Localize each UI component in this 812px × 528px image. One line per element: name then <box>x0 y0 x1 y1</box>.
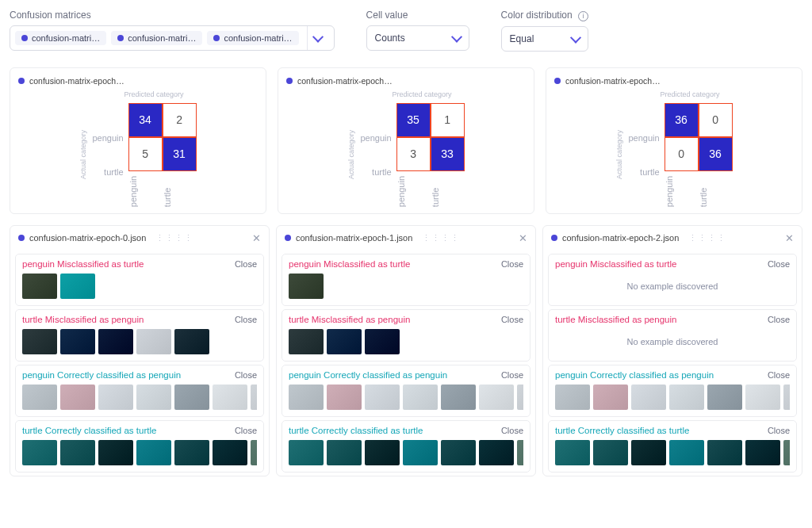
matrix-cell[interactable]: 2 <box>163 103 197 137</box>
thumbnail[interactable] <box>213 440 247 465</box>
cell-value-select[interactable]: Counts <box>366 25 469 51</box>
thumbnail[interactable] <box>251 385 257 410</box>
matrix-cell[interactable]: 35 <box>396 103 431 137</box>
matrix-cell[interactable]: 34 <box>128 103 163 137</box>
close-icon[interactable]: ✕ <box>785 232 794 244</box>
matrix-chip[interactable]: confusion-matri… <box>15 31 106 45</box>
thumbnail[interactable] <box>745 385 780 410</box>
section-close-button[interactable]: Close <box>501 426 523 435</box>
color-dist-select[interactable]: Equal <box>501 26 588 52</box>
section-title: penguin Misclassified as turtle <box>289 259 410 269</box>
close-icon[interactable]: ✕ <box>519 232 527 244</box>
detail-row: confusion-matrix-epoch-0.json⋮⋮⋮⋮✕pengui… <box>10 225 802 476</box>
thumbnail[interactable] <box>327 440 362 465</box>
close-icon[interactable]: ✕ <box>252 232 261 244</box>
thumbnail[interactable] <box>593 385 628 410</box>
section-close-button[interactable]: Close <box>501 259 523 269</box>
info-icon[interactable]: i <box>578 11 588 21</box>
thumbnail[interactable] <box>136 385 171 410</box>
chevron-down-icon[interactable] <box>307 26 329 50</box>
thumbnail[interactable] <box>669 385 704 410</box>
thumbnail[interactable] <box>479 385 514 410</box>
thumbnail[interactable] <box>783 440 790 465</box>
thumbnail[interactable] <box>60 274 95 299</box>
thumbnail[interactable] <box>479 440 514 465</box>
drag-handle-icon[interactable]: ⋮⋮⋮⋮ <box>422 233 460 243</box>
matrix-cell[interactable]: 3 <box>396 137 431 171</box>
thumbnail[interactable] <box>403 385 438 410</box>
thumbnail[interactable] <box>174 440 209 465</box>
thumbnail[interactable] <box>289 329 324 354</box>
thumbnail[interactable] <box>555 385 590 410</box>
thumbnail[interactable] <box>22 440 57 465</box>
thumbnail[interactable] <box>745 440 780 465</box>
thumbnail[interactable] <box>98 385 133 410</box>
thumbnail[interactable] <box>327 329 362 354</box>
thumbnail[interactable] <box>365 385 400 410</box>
thumbnail[interactable] <box>517 440 523 465</box>
col-label: turtle <box>163 176 197 207</box>
thumbnail[interactable] <box>441 440 476 465</box>
matrix-cell[interactable]: 1 <box>431 103 465 137</box>
matrix-cell[interactable]: 36 <box>665 103 699 137</box>
confusion-matrices-select[interactable]: confusion-matri… confusion-matri… confus… <box>10 25 335 51</box>
thumbnail[interactable] <box>98 440 133 465</box>
matrix-chip[interactable]: confusion-matri… <box>207 31 298 45</box>
matrix-cell[interactable]: 33 <box>431 137 465 171</box>
thumbnail[interactable] <box>631 440 666 465</box>
section-close-button[interactable]: Close <box>768 259 790 269</box>
matrix-cell[interactable]: 36 <box>699 137 733 171</box>
thumbnail[interactable] <box>213 385 247 410</box>
thumbnail[interactable] <box>289 440 324 465</box>
section-close-button[interactable]: Close <box>235 426 257 435</box>
section-header: turtle Misclassified as penguinClose <box>289 315 523 324</box>
thumbnail[interactable] <box>289 385 324 410</box>
thumbnail[interactable] <box>441 385 476 410</box>
section-close-button[interactable]: Close <box>501 315 523 324</box>
matrix-cell[interactable]: 31 <box>163 137 197 171</box>
thumbnail[interactable] <box>631 385 666 410</box>
matrix-cell[interactable]: 0 <box>665 137 699 171</box>
thumbnail[interactable] <box>707 385 742 410</box>
thumbnail[interactable] <box>327 385 362 410</box>
thumbnail[interactable] <box>22 274 57 299</box>
section-close-button[interactable]: Close <box>235 259 257 269</box>
thumbnail[interactable] <box>251 440 257 465</box>
matrix-grid: 360036 <box>665 103 733 171</box>
section-close-button[interactable]: Close <box>501 370 523 380</box>
thumbnail[interactable] <box>60 329 95 354</box>
thumbnail[interactable] <box>403 440 438 465</box>
thumbnail[interactable] <box>555 440 590 465</box>
thumbnail[interactable] <box>136 440 171 465</box>
section-close-button[interactable]: Close <box>768 315 790 324</box>
thumbnail[interactable] <box>60 440 95 465</box>
matrix-cell[interactable]: 0 <box>699 103 733 137</box>
section-close-button[interactable]: Close <box>235 315 257 324</box>
thumbnail[interactable] <box>365 329 400 354</box>
thumbnail[interactable] <box>707 440 742 465</box>
thumbnail[interactable] <box>22 329 57 354</box>
drag-handle-icon[interactable]: ⋮⋮⋮⋮ <box>155 233 193 243</box>
thumbnail[interactable] <box>783 385 790 410</box>
thumbnail-row <box>289 440 523 465</box>
thumbnail[interactable] <box>174 385 209 410</box>
thumbnail[interactable] <box>517 385 523 410</box>
thumbnail[interactable] <box>22 385 57 410</box>
drag-handle-icon[interactable]: ⋮⋮⋮⋮ <box>688 233 726 243</box>
thumbnail[interactable] <box>174 329 209 354</box>
detail-section: penguin Misclassified as turtleCloseNo e… <box>548 254 797 306</box>
thumbnail[interactable] <box>60 385 95 410</box>
section-close-button[interactable]: Close <box>235 370 257 380</box>
thumbnail[interactable] <box>98 329 133 354</box>
thumbnail[interactable] <box>593 440 628 465</box>
thumbnail-row <box>555 440 790 465</box>
thumbnail[interactable] <box>365 440 400 465</box>
thumbnail[interactable] <box>289 274 324 299</box>
matrix-chip[interactable]: confusion-matri… <box>111 31 202 45</box>
section-close-button[interactable]: Close <box>768 426 790 435</box>
thumbnail[interactable] <box>136 329 171 354</box>
matrix-cell[interactable]: 5 <box>128 137 163 171</box>
section-close-button[interactable]: Close <box>768 370 790 380</box>
thumbnail[interactable] <box>669 440 704 465</box>
matrix-card-title: confusion-matrix-epoch… <box>286 76 526 86</box>
